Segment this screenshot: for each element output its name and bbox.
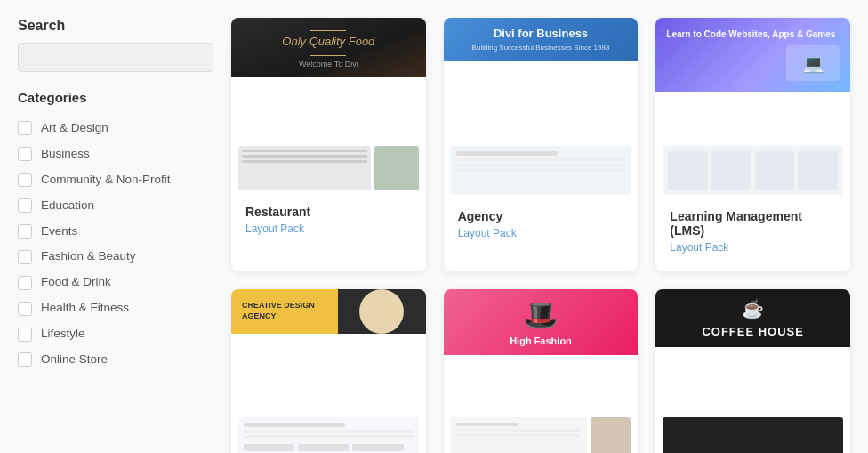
- fashion-hat-icon: 🎩: [523, 298, 559, 332]
- categories-list: Art & Design Business Community & Non-Pr…: [18, 116, 213, 373]
- card-info-lms: Learning Management (LMS) Layout Pack: [655, 198, 850, 257]
- card-restaurant-subimage: [231, 142, 426, 194]
- sidebar-item-lifestyle[interactable]: Lifestyle: [18, 321, 213, 347]
- card-title-restaurant: Restaurant: [245, 205, 412, 219]
- checkbox-events[interactable]: [18, 224, 32, 239]
- thumb-coffee-title: COFFEE HOUSE: [702, 325, 804, 338]
- checkbox-business[interactable]: [18, 147, 32, 161]
- category-label-online-store: Online Store: [41, 352, 108, 368]
- card-thumbnail-coffee: ☕ COFFEE HOUSE: [655, 289, 850, 414]
- search-input[interactable]: [18, 43, 213, 72]
- page-container: Search Categories Art & Design Business …: [0, 0, 868, 453]
- card-thumbnail-fashion: 🎩 High Fashion: [444, 289, 639, 414]
- card-info-agency: Agency Layout Pack: [444, 198, 639, 243]
- card-design-agency[interactable]: CREATIVE DESIGN AGENCY: [231, 289, 426, 453]
- sidebar-item-community[interactable]: Community & Non-Profit: [18, 167, 213, 193]
- checkbox-health-fitness[interactable]: [18, 302, 32, 316]
- sidebar-item-health-fitness[interactable]: Health & Fitness: [18, 295, 213, 321]
- category-label-health-fitness: Health & Fitness: [41, 300, 129, 317]
- card-thumbnail-restaurant: Only Quality Food Welcome To Divi: [231, 18, 426, 142]
- checkbox-food-drink[interactable]: [18, 276, 32, 290]
- card-thumbnail-lms: Learn to Code Websites, Apps & Games 💻: [655, 18, 850, 142]
- sidebar-item-education[interactable]: Education: [18, 193, 213, 219]
- sidebar-item-food-drink[interactable]: Food & Drink: [18, 270, 213, 295]
- card-agency-subimage: [451, 146, 631, 195]
- card-info-restaurant: Restaurant Layout Pack: [231, 194, 426, 239]
- thumb-design-agency-title: CREATIVE DESIGN AGENCY: [242, 301, 327, 321]
- thumb-agency-title: Divi for Business: [494, 27, 588, 40]
- card-badge-lms: Layout Pack: [670, 241, 836, 254]
- card-restaurant[interactable]: Only Quality Food Welcome To Divi Restau…: [231, 18, 426, 271]
- sidebar-item-online-store[interactable]: Online Store: [18, 347, 213, 373]
- checkbox-art-design[interactable]: [18, 121, 32, 135]
- cards-grid: Only Quality Food Welcome To Divi Restau…: [231, 18, 850, 453]
- card-title-lms: Learning Management (LMS): [670, 209, 836, 238]
- sidebar-item-business[interactable]: Business: [18, 142, 213, 167]
- checkbox-community[interactable]: [18, 173, 32, 187]
- sidebar-item-art-design[interactable]: Art & Design: [18, 116, 213, 142]
- category-label-community: Community & Non-Profit: [41, 172, 171, 189]
- card-coffee-shop[interactable]: ☕ COFFEE HOUSE Coffee Shop Layout Pack: [655, 289, 850, 453]
- checkbox-online-store[interactable]: [18, 352, 32, 367]
- category-label-business: Business: [41, 146, 90, 163]
- checkbox-fashion-beauty[interactable]: [18, 250, 32, 264]
- card-badge-agency: Layout Pack: [458, 227, 624, 239]
- sidebar: Search Categories Art & Design Business …: [18, 18, 213, 453]
- category-label-events: Events: [41, 223, 77, 240]
- card-badge-restaurant: Layout Pack: [245, 222, 412, 235]
- card-fashion-subimage: [451, 417, 631, 453]
- thumb-lms-title: Learn to Code Websites, Apps & Games: [666, 28, 835, 40]
- category-label-education: Education: [41, 198, 94, 214]
- card-agency[interactable]: Divi for Business Building Successful Bu…: [444, 18, 639, 271]
- category-label-lifestyle: Lifestyle: [41, 326, 85, 343]
- thumb-restaurant-title: Only Quality Food: [282, 35, 374, 48]
- card-lms-subimage: [663, 146, 843, 195]
- categories-title: Categories: [18, 90, 213, 105]
- card-coffee-subimage: [663, 417, 843, 453]
- main-content: Only Quality Food Welcome To Divi Restau…: [231, 18, 850, 453]
- card-thumbnail-agency: Divi for Business Building Successful Bu…: [444, 18, 639, 142]
- card-lms[interactable]: Learn to Code Websites, Apps & Games 💻 L…: [655, 18, 850, 271]
- checkbox-education[interactable]: [18, 198, 32, 213]
- checkbox-lifestyle[interactable]: [18, 328, 32, 342]
- card-fashion[interactable]: 🎩 High Fashion Fashion: [444, 289, 639, 453]
- coffee-icon: ☕: [742, 298, 764, 320]
- sidebar-item-fashion-beauty[interactable]: Fashion & Beauty: [18, 244, 213, 270]
- category-label-fashion-beauty: Fashion & Beauty: [41, 248, 136, 265]
- thumb-fashion-title: High Fashion: [510, 336, 572, 346]
- sidebar-item-events[interactable]: Events: [18, 219, 213, 245]
- search-title: Search: [18, 18, 213, 34]
- card-design-agency-subimage: [238, 417, 419, 453]
- card-title-agency: Agency: [458, 209, 624, 223]
- category-label-art-design: Art & Design: [41, 120, 108, 137]
- category-label-food-drink: Food & Drink: [41, 274, 111, 291]
- card-thumbnail-design-agency: CREATIVE DESIGN AGENCY: [231, 289, 426, 414]
